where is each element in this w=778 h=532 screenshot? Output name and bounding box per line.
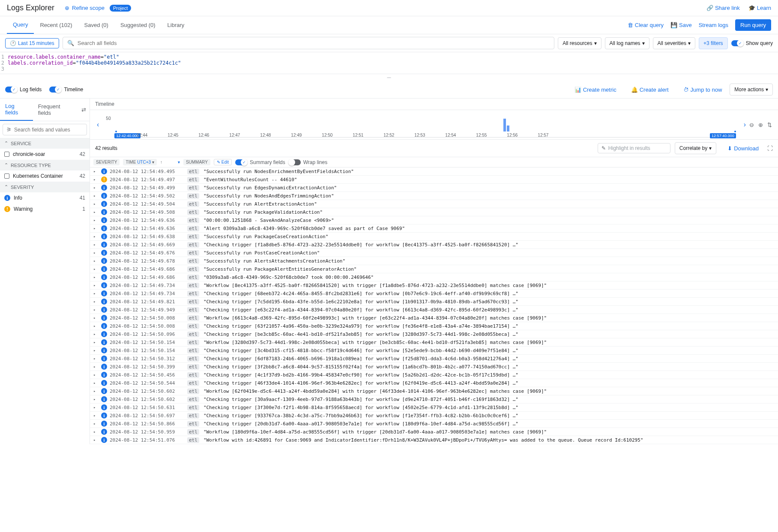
- expand-icon[interactable]: ▸: [93, 275, 99, 279]
- section-header[interactable]: ⌃SERVICE: [0, 138, 90, 149]
- side-item[interactable]: Kubernetes Container42: [0, 170, 90, 182]
- lognames-dropdown[interactable]: All log names ▾: [605, 37, 649, 49]
- log-row[interactable]: ▸i2024-08-12 12:54:50.959etl"Workflow [1…: [90, 428, 778, 436]
- resize-handle[interactable]: ⸺: [0, 74, 778, 81]
- log-row[interactable]: ▸i2024-08-12 12:54:49.678etl"Successfull…: [90, 257, 778, 265]
- download-button[interactable]: ⬇ Download: [727, 145, 759, 152]
- expand-icon[interactable]: ▸: [93, 348, 99, 353]
- side-item[interactable]: iInfo41: [0, 192, 90, 203]
- wrap-lines-toggle[interactable]: Wrap lines: [289, 159, 327, 165]
- time-range[interactable]: 🕐 Last 15 minutes: [5, 38, 59, 48]
- section-header[interactable]: ⌃SEVERITY: [0, 182, 90, 192]
- log-row[interactable]: ▸i2024-08-12 12:54:50.154etl"Checking tr…: [90, 347, 778, 355]
- side-item[interactable]: chronicle-soar42: [0, 149, 90, 160]
- show-query-toggle[interactable]: Show query: [731, 40, 773, 46]
- expand-icon[interactable]: ▸: [93, 299, 99, 304]
- expand-icon[interactable]: ▸: [93, 259, 99, 263]
- expand-icon[interactable]: ▸: [93, 381, 99, 385]
- log-row[interactable]: ▸i2024-08-12 12:54:49.636etl"Alert 0309a…: [90, 224, 778, 233]
- tab-saved[interactable]: Saved (0): [78, 17, 114, 33]
- tab-frequent-fields[interactable]: Frequent fields: [33, 99, 78, 120]
- expand-icon[interactable]: ▸: [93, 373, 99, 377]
- refine-scope[interactable]: ⊕Refine scopeProject: [65, 5, 131, 12]
- tab-query[interactable]: Query: [7, 16, 34, 34]
- log-row[interactable]: ▸i2024-08-12 12:54:50.602etl"Workflow [6…: [90, 387, 778, 395]
- filters-button[interactable]: +3 filters: [699, 37, 728, 49]
- expand-icon[interactable]: ▸: [93, 251, 99, 255]
- log-row[interactable]: ▸!2024-08-12 12:54:49.497etl"EventWithou…: [90, 176, 778, 184]
- expand-icon[interactable]: ▸: [93, 389, 99, 393]
- create-metric[interactable]: 📊 Create metric: [575, 87, 616, 93]
- expand-icon[interactable]: ▸: [93, 210, 99, 214]
- log-row[interactable]: ▸i2024-08-12 12:54:49.686etl"0309a3a8-a6…: [90, 273, 778, 281]
- section-header[interactable]: ⌃RESOURCE TYPE: [0, 160, 90, 170]
- expand-icon[interactable]: ▸: [93, 283, 99, 287]
- sort-asc-icon[interactable]: ↑: [160, 160, 162, 164]
- log-row[interactable]: ▸i2024-08-12 12:54:49.504etl"Successfull…: [90, 200, 778, 208]
- log-row[interactable]: ▸i2024-08-12 12:54:49.508etl"Successfull…: [90, 208, 778, 216]
- resources-dropdown[interactable]: All resources ▾: [558, 37, 601, 49]
- col-summary[interactable]: SUMMARY: [183, 159, 210, 165]
- fullscreen-icon[interactable]: ⛶: [767, 145, 773, 152]
- expand-icon[interactable]: ⇄: [78, 103, 90, 117]
- jump-to-now[interactable]: ⏱ Jump to now: [683, 87, 722, 93]
- timeline-next[interactable]: ›: [740, 121, 749, 129]
- expand-icon[interactable]: ▸: [93, 185, 99, 190]
- log-row[interactable]: ▸i2024-08-12 12:54:49.686etl"Successfull…: [90, 265, 778, 273]
- expand-icon[interactable]: ▸: [93, 438, 99, 442]
- create-alert[interactable]: 🔔 Create alert: [631, 87, 669, 93]
- log-row[interactable]: ▸i2024-08-12 12:54:49.636etl"00:00:00.12…: [90, 216, 778, 224]
- log-row[interactable]: ▸i2024-08-12 12:54:49.734etl"Workflow [8…: [90, 281, 778, 290]
- query-editor[interactable]: 1resource.labels.container_name="etl"2la…: [0, 52, 778, 74]
- log-row[interactable]: ▸i2024-08-12 12:54:49.676etl"Successfull…: [90, 249, 778, 257]
- expand-icon[interactable]: ▸: [93, 405, 99, 409]
- expand-icon[interactable]: ▸: [93, 430, 99, 434]
- col-severity[interactable]: SEVERITY: [93, 159, 120, 165]
- timeline-prev[interactable]: ‹: [93, 121, 102, 129]
- highlight-input[interactable]: ✎ Highlight in results: [598, 143, 670, 153]
- log-row[interactable]: ▸i2024-08-12 12:54:51.076etl"Workflow wi…: [90, 436, 778, 444]
- edit-button[interactable]: ✎ Edit: [214, 159, 232, 165]
- expand-icon[interactable]: ▸: [93, 397, 99, 401]
- expand-icon[interactable]: ▸: [93, 242, 99, 247]
- correlate-dropdown[interactable]: Correlate by ▾: [675, 142, 716, 154]
- expand-icon[interactable]: ▸: [93, 340, 99, 344]
- timeline-toggle[interactable]: Timeline: [49, 87, 83, 93]
- log-row[interactable]: ▸i2024-08-12 12:54:50.602etl"Checking tr…: [90, 395, 778, 403]
- search-all-fields[interactable]: 🔍: [63, 37, 554, 49]
- sort-dropdown-icon[interactable]: ▾: [178, 160, 180, 164]
- expand-icon[interactable]: ▸: [93, 316, 99, 320]
- log-row[interactable]: ▸i2024-08-12 12:54:50.544etl"Checking tr…: [90, 379, 778, 387]
- side-item[interactable]: !Warning1: [0, 203, 90, 215]
- timeline-chart[interactable]: 50 12:42:40.00012:4412:4512:4612:4712:48…: [102, 112, 740, 137]
- expand-icon[interactable]: ▸: [93, 324, 99, 328]
- zoom-out-icon[interactable]: ⊖: [749, 122, 754, 128]
- logfields-toggle[interactable]: Log fields: [5, 87, 42, 93]
- col-time[interactable]: TIME UTC+3 ▾: [123, 159, 156, 165]
- tab-log-fields[interactable]: Log fields: [0, 99, 33, 121]
- expand-icon[interactable]: ▸: [93, 291, 99, 296]
- tab-library[interactable]: Library: [162, 17, 191, 33]
- expand-icon[interactable]: ▸: [93, 308, 99, 312]
- log-row[interactable]: ▸i2024-08-12 12:54:50.312etl"Checking tr…: [90, 355, 778, 363]
- expand-icon[interactable]: ▸: [93, 267, 99, 271]
- share-link[interactable]: 🔗 Share link: [706, 5, 740, 11]
- expand-icon[interactable]: ▸: [93, 421, 99, 426]
- expand-icon[interactable]: ▸: [93, 202, 99, 206]
- expand-icon[interactable]: ▸: [93, 356, 99, 361]
- severities-dropdown[interactable]: All severities ▾: [653, 37, 695, 49]
- log-row[interactable]: ▸i2024-08-12 12:54:50.096etl"Checking tr…: [90, 330, 778, 338]
- log-row[interactable]: ▸i2024-08-12 12:54:50.631etl"Checking tr…: [90, 403, 778, 412]
- log-row[interactable]: ▸i2024-08-12 12:54:50.008etl"Workflow [6…: [90, 314, 778, 322]
- summary-fields-toggle[interactable]: Summary fields: [235, 159, 285, 165]
- fit-icon[interactable]: ⇅: [767, 122, 772, 128]
- expand-icon[interactable]: ▸: [93, 365, 99, 369]
- expand-icon[interactable]: ▸: [93, 194, 99, 198]
- log-row[interactable]: ▸i2024-08-12 12:54:50.154etl"Workflow [3…: [90, 338, 778, 347]
- stream-logs[interactable]: Stream logs: [699, 22, 728, 28]
- log-row[interactable]: ▸i2024-08-12 12:54:49.502etl"Successfull…: [90, 192, 778, 200]
- log-row[interactable]: ▸i2024-08-12 12:54:50.399etl"Checking tr…: [90, 363, 778, 371]
- expand-icon[interactable]: ▸: [93, 177, 99, 182]
- log-row[interactable]: ▸i2024-08-12 12:54:49.499etl"Successfull…: [90, 184, 778, 192]
- log-row[interactable]: ▸i2024-08-12 12:54:49.949etl"Checking tr…: [90, 306, 778, 314]
